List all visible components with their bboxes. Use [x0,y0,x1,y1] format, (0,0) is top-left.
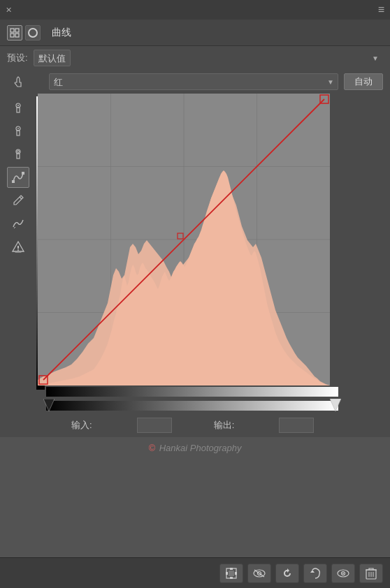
trash-icon [366,567,377,580]
svg-marker-29 [330,399,341,411]
histogram-svg [38,94,330,385]
grid-icon-btn[interactable] [7,25,22,41]
circle-icon [28,28,38,38]
svg-rect-32 [226,572,228,575]
curve-tool-btn[interactable] [7,167,29,188]
pencil-tool-btn[interactable] [7,190,29,211]
preset-row: 预设: 默认值 ▼ [0,46,390,70]
undo-btn[interactable] [303,564,327,583]
svg-rect-2 [10,34,14,37]
curve-with-vbar [36,94,338,385]
right-thumb-icon [330,399,341,411]
input-value[interactable] [137,418,172,433]
svg-rect-34 [230,568,233,570]
svg-rect-31 [229,571,234,576]
select-target-btn[interactable] [219,564,243,583]
svg-point-6 [17,105,19,106]
preset-select[interactable]: 默认值 [34,50,71,66]
svg-rect-8 [17,131,20,135]
slider-track [46,401,338,411]
eyedropper-gray-icon [12,125,24,138]
reset-icon [281,567,294,580]
preset-select-wrapper: 默认值 ▼ [34,50,383,66]
input-label: 输入: [71,419,92,432]
eye-toggle-btn[interactable] [331,564,355,583]
undo-icon [309,567,322,580]
svg-marker-28 [43,399,55,411]
eyedropper-white-icon [12,148,24,161]
watermark-text: Hankai Photography [159,443,242,453]
svg-rect-11 [17,154,20,159]
eye-preview-icon [253,568,266,578]
eyedropper-black-icon [12,102,24,115]
delete-btn[interactable] [359,564,383,583]
warning-icon [11,240,25,253]
channel-select-wrapper: 红 ▼ [49,73,338,90]
watermark: © Hankai Photography [0,437,390,459]
finger-icon [12,75,24,88]
svg-point-10 [16,149,20,154]
svg-rect-5 [17,108,20,112]
finger-tool-btn[interactable] [7,71,29,92]
smooth-tool-btn[interactable] [7,213,29,234]
pencil-icon [12,194,24,207]
tools-spacer [7,71,43,92]
reset-btn[interactable] [275,564,299,583]
menu-icon[interactable]: ≡ [378,3,384,16]
svg-rect-14 [22,172,24,175]
panel-header: 曲线 [0,20,390,46]
top-bar: ✕ ≡ [0,0,390,20]
left-slider-thumb[interactable] [43,399,55,413]
eyedropper-white-btn[interactable] [7,144,29,165]
panel-title: 曲线 [52,27,71,39]
close-icon[interactable]: ✕ [6,6,12,15]
eyedropper-black-btn[interactable] [7,98,29,119]
io-row: 输入: 输出: [36,413,338,437]
bottom-toolbar [0,557,390,588]
svg-point-41 [342,573,344,574]
left-thumb-icon [43,399,55,411]
curve-canvas[interactable] [38,94,330,385]
svg-rect-1 [15,29,19,32]
visibility-preview-btn[interactable] [247,564,271,583]
svg-rect-35 [230,577,233,579]
svg-point-12 [17,151,20,153]
grid-icon [10,28,20,38]
svg-rect-0 [10,29,14,32]
svg-rect-13 [12,180,15,183]
auto-button[interactable]: 自动 [344,73,383,90]
smooth-icon [12,217,24,230]
horizontal-gradient-bar [46,387,338,397]
curve-area: 输入: 输出: [36,94,338,437]
svg-rect-15 [17,246,19,249]
copyright-symbol: © [148,443,155,453]
curve-tool-icon [11,170,25,184]
panel-icon-group [7,25,41,41]
warning-tool-btn[interactable] [7,236,29,257]
svg-point-9 [17,128,19,129]
channel-row: 红 ▼ 自动 [0,70,390,94]
eye-icon [337,568,349,578]
slider-row [46,398,338,413]
right-slider-thumb[interactable] [330,399,341,413]
preset-label: 预设: [7,52,28,64]
tools-sidebar [0,94,36,437]
eyedropper-gray-btn[interactable] [7,121,29,142]
main-section: 红 ▼ 自动 [0,70,390,437]
main-area: 输入: 输出: [0,94,390,437]
select-target-icon [225,567,238,580]
output-value[interactable] [279,418,314,433]
output-label: 输出: [214,419,235,432]
svg-rect-3 [15,34,19,37]
svg-point-16 [17,249,19,251]
svg-rect-33 [235,572,237,575]
channel-select[interactable]: 红 [49,73,338,90]
circle-icon-btn[interactable] [25,25,41,41]
preset-dropdown-arrow: ▼ [372,54,379,62]
hbar-row [46,385,338,398]
svg-marker-38 [310,570,315,573]
